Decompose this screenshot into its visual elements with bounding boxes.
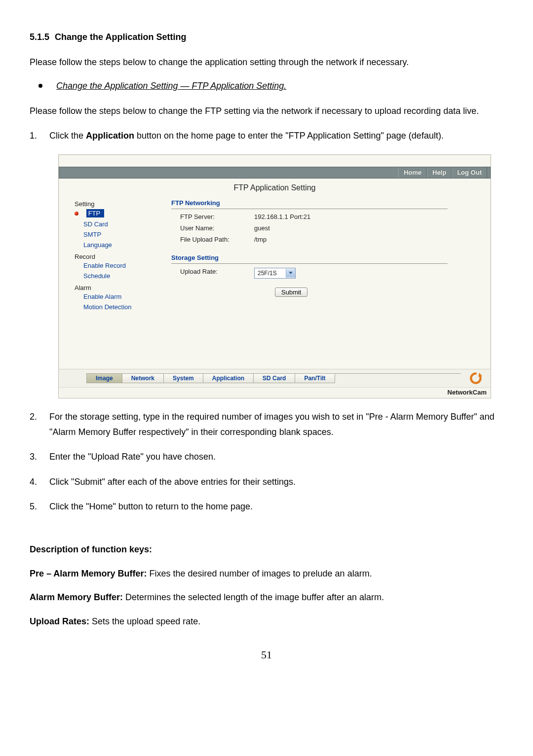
tab-network[interactable]: Network	[122, 374, 164, 383]
step-body: For the storage setting, type in the req…	[49, 409, 503, 439]
step-body: Enter the "Upload Rate" you have chosen.	[49, 449, 503, 465]
step-4: 4. Click "Submit" after each of the abov…	[30, 474, 503, 490]
function-key-upload-rates: Upload Rates: Sets the upload speed rate…	[30, 614, 503, 629]
svg-marker-0	[478, 373, 482, 377]
page-number: 51	[30, 646, 503, 664]
step-number: 2.	[30, 409, 49, 439]
top-nav-bar: Home Help Log Out	[59, 167, 491, 179]
step-body: Click "Submit" after each of the above e…	[49, 474, 503, 490]
step-2: 2. For the storage setting, type in the …	[30, 409, 503, 439]
bottom-tabs: Image Network System Application SD Card…	[86, 373, 461, 383]
step1-part-b: button on the home page to enter the "FT…	[134, 131, 444, 141]
brand-label: NetworkCam	[59, 387, 491, 398]
step-body: Click the "Home" button to return to the…	[49, 499, 503, 514]
step-body: Click the Application button on the home…	[49, 128, 503, 144]
tab-sdcard[interactable]: SD Card	[253, 374, 295, 383]
sidebar-item-schedule[interactable]: Schedule	[75, 271, 168, 281]
step-number: 5.	[30, 499, 49, 514]
step-3: 3. Enter the "Upload Rate" you have chos…	[30, 449, 503, 465]
upload-path-row: File Upload Path: /tmp	[171, 234, 475, 245]
ftp-server-label: FTP Server:	[180, 213, 254, 220]
intro2-paragraph: Please follow the steps below to change …	[30, 104, 503, 119]
section-heading: 5.1.5 Change the Application Setting	[30, 30, 503, 45]
sidebar-item-ftp[interactable]: FTP	[75, 208, 168, 219]
function-key-pre-alarm: Pre – Alarm Memory Buffer: Fixes the des…	[30, 566, 503, 581]
tab-application[interactable]: Application	[203, 374, 254, 383]
submit-button[interactable]: Submit	[275, 288, 307, 297]
sidebar-item-smtp[interactable]: SMTP	[75, 229, 168, 240]
section-title: Change the Application Setting	[55, 32, 186, 42]
key-label: Pre – Alarm Memory Buffer:	[30, 569, 147, 578]
upload-rate-label: Upload Rate:	[180, 268, 254, 279]
user-name-label: User Name:	[180, 224, 254, 232]
key-label: Alarm Memory Buffer:	[30, 592, 123, 602]
sidebar-item-enable-record[interactable]: Enable Record	[75, 260, 168, 271]
upload-path-value: /tmp	[254, 236, 266, 243]
function-keys-heading: Description of function keys:	[30, 542, 503, 557]
home-button[interactable]: Home	[398, 167, 427, 178]
upload-path-label: File Upload Path:	[180, 236, 254, 243]
step-number: 3.	[30, 449, 49, 465]
ftp-server-value: 192.168.1.1 Port:21	[254, 213, 310, 220]
key-text: Determines the selected length of the im…	[123, 592, 384, 602]
step1-part-a: Click the	[49, 131, 86, 141]
help-button[interactable]: Help	[427, 167, 452, 178]
sidebar-group-setting: Setting	[75, 200, 168, 208]
step1-bold: Application	[86, 131, 134, 141]
bullet-dot-icon	[38, 84, 42, 88]
step-1: 1. Click the Application button on the h…	[30, 128, 503, 144]
section-number: 5.1.5	[30, 32, 49, 42]
function-key-alarm-buffer: Alarm Memory Buffer: Determines the sele…	[30, 590, 503, 605]
upload-rate-row: Upload Rate: 25F/1S	[171, 266, 475, 281]
sidebar-item-enable-alarm[interactable]: Enable Alarm	[75, 291, 168, 302]
upload-rate-value: 25F/1S	[255, 270, 286, 277]
user-name-row: User Name: guest	[171, 222, 475, 234]
step-number: 1.	[30, 128, 49, 144]
upload-rate-select[interactable]: 25F/1S	[254, 268, 296, 279]
sidebar-item-language[interactable]: Language	[75, 240, 168, 250]
tab-image[interactable]: Image	[86, 374, 122, 383]
storage-setting-heading: Storage Setting	[171, 254, 448, 264]
form-area: FTP Networking FTP Server: 192.168.1.1 P…	[168, 199, 475, 357]
document-page: 5.1.5 Change the Application Setting Ple…	[0, 0, 533, 679]
embedded-screenshot: Home Help Log Out FTP Application Settin…	[58, 154, 503, 398]
sidebar-item-motion-detection[interactable]: Motion Detection	[75, 302, 168, 312]
key-text: Fixes the desired number of images to pr…	[147, 569, 372, 578]
bullet-text: Change the Application Setting — FTP App…	[56, 78, 286, 94]
tab-system[interactable]: System	[163, 374, 203, 383]
sidebar-group-record: Record	[75, 253, 168, 260]
ftp-networking-heading: FTP Networking	[171, 199, 448, 209]
sidebar-item-sdcard[interactable]: SD Card	[75, 219, 168, 229]
intro-paragraph: Please follow the steps below to change …	[30, 55, 503, 70]
bullet-item: Change the Application Setting — FTP App…	[30, 78, 503, 94]
ftp-server-row: FTP Server: 192.168.1.1 Port:21	[171, 211, 475, 222]
step-5: 5. Click the "Home" button to return to …	[30, 499, 503, 514]
key-label: Upload Rates:	[30, 616, 89, 626]
sidebar-group-alarm: Alarm	[75, 284, 168, 291]
step-number: 4.	[30, 474, 49, 490]
key-text: Sets the upload speed rate.	[89, 616, 200, 626]
chevron-down-icon[interactable]	[286, 269, 295, 278]
sidebar-item-ftp-label: FTP	[86, 209, 105, 217]
bottom-bar: Image Network System Application SD Card…	[59, 369, 491, 387]
active-dot-icon	[75, 212, 78, 216]
refresh-icon[interactable]	[469, 371, 483, 385]
logout-button[interactable]: Log Out	[452, 167, 487, 178]
tab-pantilt[interactable]: Pan/Tilt	[295, 374, 335, 383]
panel-title: FTP Application Setting	[59, 179, 491, 199]
user-name-value: guest	[254, 224, 270, 232]
settings-sidebar: Setting FTP SD Card SMTP Language Record…	[75, 199, 168, 357]
